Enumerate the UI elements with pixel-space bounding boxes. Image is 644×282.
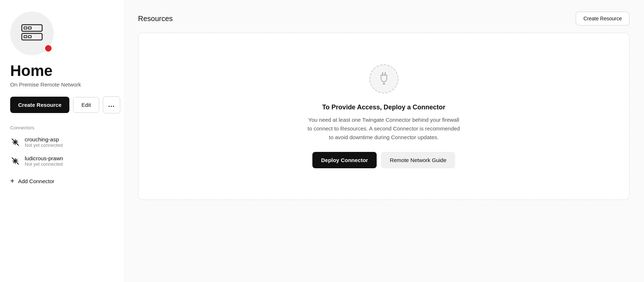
- empty-state-actions: Deploy Connector Remote Network Guide: [312, 152, 455, 168]
- more-options-button[interactable]: ...: [103, 96, 120, 113]
- connector-info: ludicrous-prawn Not yet connected: [25, 155, 63, 167]
- edit-button[interactable]: Edit: [73, 97, 99, 113]
- server-icon: [21, 24, 43, 43]
- connector-name: ludicrous-prawn: [25, 155, 63, 161]
- resources-title: Resources: [138, 15, 173, 23]
- plug-icon: [377, 72, 390, 86]
- connector-status: Not yet connected: [25, 142, 63, 148]
- add-icon: +: [10, 177, 15, 185]
- connector-info: crouching-asp Not yet connected: [25, 136, 63, 148]
- connector-disconnected-icon: [10, 137, 20, 147]
- empty-state-title: To Provide Access, Deploy a Connector: [322, 104, 445, 111]
- connectors-section-label: Connectors: [10, 125, 113, 130]
- svg-rect-5: [28, 36, 31, 38]
- status-indicator: [44, 44, 52, 52]
- connector-item: crouching-asp Not yet connected: [10, 136, 113, 148]
- sidebar: Home On Premise Remote Network Create Re…: [0, 0, 123, 282]
- add-connector-button[interactable]: + Add Connector: [10, 177, 113, 185]
- create-resource-button[interactable]: Create Resource: [10, 97, 69, 113]
- connector-name: crouching-asp: [25, 136, 63, 142]
- svg-rect-4: [24, 36, 27, 38]
- network-avatar: [10, 12, 54, 55]
- svg-rect-1: [24, 27, 27, 29]
- svg-rect-0: [22, 25, 42, 31]
- add-connector-label: Add Connector: [18, 178, 54, 184]
- network-title: Home: [10, 63, 113, 79]
- resources-header: Resources Create Resource: [138, 12, 629, 25]
- connector-item: ludicrous-prawn Not yet connected: [10, 155, 113, 167]
- empty-state-card: To Provide Access, Deploy a Connector Yo…: [138, 33, 629, 200]
- svg-rect-11: [385, 72, 386, 75]
- empty-state-description: You need at least one Twingate Connector…: [308, 116, 460, 142]
- connector-status: Not yet connected: [25, 161, 63, 167]
- deploy-connector-button[interactable]: Deploy Connector: [312, 152, 377, 168]
- action-buttons: Create Resource Edit ...: [10, 96, 113, 113]
- remote-network-guide-button[interactable]: Remote Network Guide: [381, 152, 455, 168]
- svg-rect-10: [382, 72, 383, 75]
- svg-rect-3: [22, 33, 42, 40]
- create-resource-top-button[interactable]: Create Resource: [576, 12, 629, 25]
- main-content: Resources Create Resource To Provide Acc…: [123, 0, 644, 282]
- plug-icon-container: [369, 64, 398, 93]
- connector-disconnected-icon: [10, 156, 20, 166]
- network-subtitle: On Premise Remote Network: [10, 81, 113, 88]
- svg-rect-2: [28, 27, 31, 29]
